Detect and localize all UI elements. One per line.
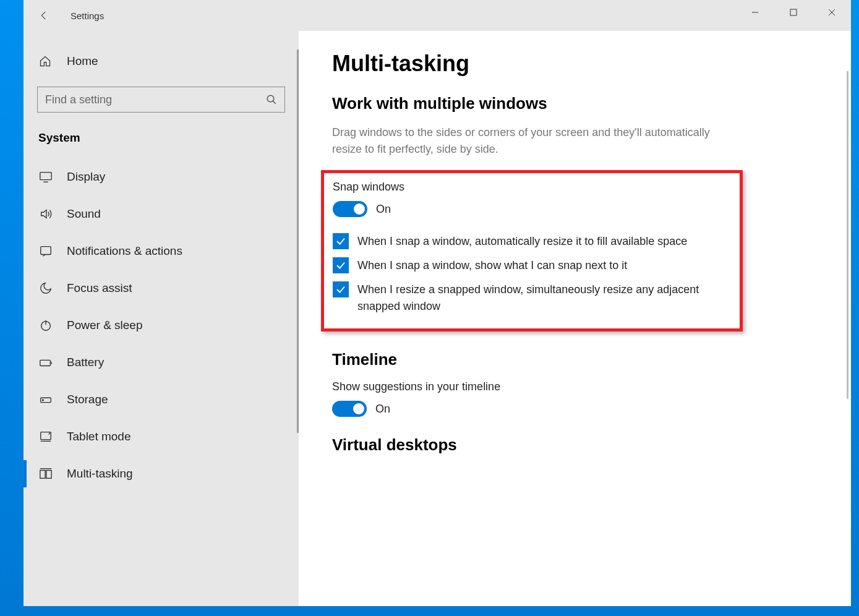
- content-area: Multi-tasking Work with multiple windows…: [299, 31, 851, 606]
- toggle-knob: [353, 403, 364, 414]
- notifications-icon: [38, 244, 53, 259]
- search-input[interactable]: [45, 93, 266, 106]
- window-controls: [736, 0, 851, 25]
- checkbox-row-auto-resize: When I snap a window, automatically resi…: [333, 233, 704, 250]
- timeline-suggestions-label: Show suggestions in your timeline: [332, 380, 826, 393]
- sidebar-item-power[interactable]: Power & sleep: [24, 307, 299, 344]
- sidebar-item-display[interactable]: Display: [24, 158, 299, 195]
- sidebar-item-label: Display: [67, 170, 105, 184]
- minimize-button[interactable]: [736, 0, 774, 25]
- display-icon: [38, 169, 53, 184]
- titlebar: Settings: [24, 0, 851, 31]
- sidebar-item-battery[interactable]: Battery: [24, 344, 299, 381]
- settings-window: Settings Home: [24, 0, 851, 606]
- page-title: Multi-tasking: [332, 51, 826, 77]
- sidebar-item-label: Multi-tasking: [67, 467, 133, 481]
- svg-rect-5: [40, 360, 51, 366]
- snap-windows-label: Snap windows: [333, 181, 731, 194]
- sidebar-item-notifications[interactable]: Notifications & actions: [24, 233, 299, 270]
- sidebar-item-label: Power & sleep: [67, 319, 143, 332]
- timeline-toggle[interactable]: [332, 401, 367, 417]
- toggle-knob: [354, 203, 365, 215]
- sidebar-item-tablet[interactable]: Tablet mode: [24, 418, 299, 455]
- svg-rect-0: [790, 9, 797, 15]
- sidebar-item-multitasking[interactable]: Multi-tasking: [24, 455, 299, 492]
- multitasking-icon: [38, 466, 53, 481]
- sidebar-item-focus-assist[interactable]: Focus assist: [24, 270, 299, 307]
- focus-assist-icon: [38, 281, 53, 296]
- section-timeline: Timeline Show suggestions in your timeli…: [332, 350, 826, 417]
- content-scrollbar[interactable]: [847, 71, 848, 399]
- search-icon: [266, 94, 277, 105]
- sidebar-item-label: Tablet mode: [67, 430, 131, 443]
- checkbox-row-resize-adjacent: When I resize a snapped window, simultan…: [333, 281, 704, 315]
- checkbox-label: When I resize a snapped window, simultan…: [357, 281, 704, 315]
- battery-icon: [38, 355, 53, 370]
- home-label: Home: [67, 54, 98, 68]
- nav-list: Display Sound Notifications & actions: [24, 158, 299, 492]
- sidebar: Home System Display: [24, 31, 299, 606]
- storage-icon: [38, 392, 53, 407]
- sidebar-item-label: Sound: [67, 207, 101, 221]
- svg-rect-10: [46, 471, 51, 479]
- section-heading: Virtual desktops: [332, 435, 826, 455]
- section-heading: Work with multiple windows: [332, 94, 826, 113]
- timeline-state: On: [375, 403, 390, 416]
- category-label: System: [24, 127, 299, 158]
- svg-point-7: [43, 400, 44, 401]
- maximize-button[interactable]: [774, 0, 813, 25]
- section-virtual-desktops: Virtual desktops: [332, 435, 826, 455]
- sound-icon: [38, 207, 53, 221]
- checkbox-auto-resize[interactable]: [333, 233, 349, 249]
- checkbox-resize-adjacent[interactable]: [333, 281, 349, 297]
- checkbox-row-snap-assist: When I snap a window, show what I can sn…: [333, 257, 704, 274]
- back-button[interactable]: [35, 6, 53, 25]
- home-link[interactable]: Home: [24, 49, 299, 73]
- svg-rect-3: [41, 247, 51, 255]
- snap-windows-toggle[interactable]: [333, 201, 367, 217]
- sidebar-item-label: Storage: [67, 393, 108, 406]
- tablet-icon: [38, 429, 53, 444]
- section-description: Drag windows to the sides or corners of …: [332, 124, 716, 158]
- svg-rect-9: [40, 471, 45, 479]
- close-button[interactable]: [813, 0, 851, 25]
- snap-windows-toggle-row: On: [333, 201, 731, 217]
- sidebar-item-label: Notifications & actions: [67, 244, 182, 258]
- power-icon: [38, 318, 53, 333]
- window-title: Settings: [71, 11, 104, 21]
- svg-point-1: [267, 95, 274, 102]
- section-multiple-windows: Work with multiple windows Drag windows …: [332, 94, 826, 332]
- timeline-toggle-row: On: [332, 401, 826, 417]
- snap-windows-state: On: [376, 203, 391, 216]
- search-box[interactable]: [37, 87, 285, 113]
- svg-rect-2: [40, 173, 51, 180]
- sidebar-item-storage[interactable]: Storage: [24, 381, 299, 418]
- sidebar-item-label: Battery: [67, 356, 104, 369]
- checkbox-snap-assist[interactable]: [333, 257, 349, 273]
- home-icon: [38, 54, 52, 68]
- sidebar-item-sound[interactable]: Sound: [24, 195, 299, 233]
- sidebar-item-label: Focus assist: [67, 281, 132, 295]
- section-heading: Timeline: [332, 350, 826, 369]
- checkbox-label: When I snap a window, automatically resi…: [357, 233, 687, 250]
- highlight-annotation: Snap windows On When I snap a window, au…: [321, 170, 743, 332]
- window-body: Home System Display: [24, 31, 851, 606]
- checkbox-label: When I snap a window, show what I can sn…: [357, 257, 627, 274]
